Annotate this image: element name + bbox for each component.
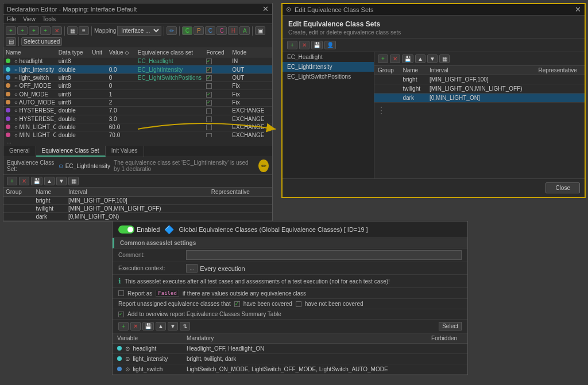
detail-del-btn[interactable]: ✕ <box>390 55 400 63</box>
list-item <box>3 197 33 205</box>
add-btn4[interactable]: + <box>40 26 51 35</box>
table-row[interactable]: ○ MIN_LIGHT_OFF <box>3 131 56 137</box>
detail-down-btn[interactable]: ▼ <box>427 55 438 63</box>
table-row[interactable]: ⊙ light_intensity <box>113 354 182 364</box>
eq-set-del-btn[interactable]: ✕ <box>299 41 310 49</box>
add-btn3[interactable]: + <box>29 26 39 35</box>
bottom-add-btn[interactable]: + <box>118 322 129 330</box>
enabled-toggle[interactable] <box>118 225 134 234</box>
eq-set-detail: + ✕ 💾 ▲ ▼ ▦ Group Name Interval Represen… <box>374 52 585 178</box>
eq-up-btn[interactable]: ▲ <box>44 177 55 185</box>
eq-col-group: Group <box>3 188 33 197</box>
eq-class-set-value: EC_LightIntensity <box>65 163 110 169</box>
ec-lightswitchpositions-item[interactable]: EC_LightSwitchPositions <box>283 72 374 81</box>
table-row[interactable]: ○ OFF_MODE <box>3 82 56 90</box>
menu-tools[interactable]: Tools <box>42 16 56 22</box>
c2-btn[interactable]: C <box>205 26 215 35</box>
table-row[interactable]: ○ HYSTERESE_TIME_OFF <box>3 115 56 123</box>
eq-del-btn[interactable]: ✕ <box>19 177 29 185</box>
sep5 <box>252 26 253 36</box>
menu-view[interactable]: View <box>23 16 36 22</box>
failed-checkbox[interactable] <box>118 290 124 296</box>
grid-btn[interactable]: ▦ <box>67 26 78 35</box>
list-item <box>3 213 33 221</box>
icon-btn2[interactable]: ▤ <box>6 37 16 46</box>
add-btn[interactable]: + <box>6 26 16 35</box>
bottom-sort-btn[interactable]: ⇅ <box>180 322 190 330</box>
comment-label: Comment: <box>118 252 181 258</box>
p-btn[interactable]: P <box>194 26 204 35</box>
table-row[interactable]: ⊙ light_switch <box>113 364 182 375</box>
list-btn[interactable]: ≡ <box>79 26 89 35</box>
table-row[interactable]: ○ headlight <box>3 57 56 65</box>
detail-up-btn[interactable]: ▲ <box>415 55 425 63</box>
topleft-close-btn[interactable]: ✕ <box>262 5 269 13</box>
eq-set-toolbar: + ✕ 💾 👤 <box>283 38 585 52</box>
eq-set-add-btn[interactable]: + <box>287 41 297 49</box>
eq-set-user-btn[interactable]: 👤 <box>324 41 336 49</box>
execution-select-area: ... Every execution <box>186 264 462 273</box>
info-text: This assesslet executes after all test c… <box>125 278 390 285</box>
eq-set-detail-toolbar: + ✕ 💾 ▲ ▼ ▦ <box>374 52 585 66</box>
c-btn[interactable]: C <box>182 26 192 35</box>
ec-headlight-item[interactable]: EC_Headlight <box>283 52 374 62</box>
icon-btn1[interactable]: ▣ <box>255 26 265 35</box>
eq-save-btn[interactable]: 💾 <box>31 177 42 185</box>
execution-value: Every execution <box>200 265 245 272</box>
bottom-down-btn[interactable]: ▼ <box>168 322 178 330</box>
covered-checkbox[interactable] <box>234 301 240 307</box>
add-overview-checkbox[interactable] <box>118 312 124 317</box>
table-row[interactable]: ○ HYSTERESE_TIME_ON <box>3 107 56 115</box>
table-row[interactable]: ○ light_intensity <box>3 65 56 73</box>
tab-equivalence-class-set[interactable]: Equivalence Class Set <box>36 146 106 157</box>
ec-lightintensity-item[interactable]: EC_LightIntensity <box>283 62 374 72</box>
tab-general[interactable]: General <box>3 146 36 157</box>
bottom-select-btn[interactable]: Select <box>439 322 462 330</box>
c3-btn[interactable]: C <box>216 26 227 35</box>
detail-more-btn[interactable]: ▦ <box>439 55 450 63</box>
edit-pencil-btn[interactable]: ✏ <box>167 26 177 35</box>
bottom-save-btn[interactable]: 💾 <box>142 322 154 330</box>
enabled-label: Enabled <box>137 226 160 233</box>
col-unit: Unit <box>90 48 107 57</box>
bottom-up-btn[interactable]: ▲ <box>156 322 166 330</box>
eq-col-interval: Interval <box>66 188 209 197</box>
execution-browse-btn[interactable]: ... <box>186 264 198 273</box>
topleft-panel: Declaration Editor - Mapping: Interface … <box>3 3 273 221</box>
tab-init-values[interactable]: Init Values <box>106 146 144 157</box>
eq-icon: ⊙ <box>59 163 63 169</box>
h-btn[interactable]: H <box>228 26 238 35</box>
table-row[interactable]: ○ AUTO_MODE <box>3 98 56 106</box>
eq-more-btn[interactable]: ▦ <box>68 177 79 185</box>
eq-hint-area: The equivalence class set 'EC_LightInten… <box>114 160 255 172</box>
col-mode: Mode <box>230 48 272 57</box>
eq-set-close-btn[interactable]: Close <box>546 182 580 193</box>
table-row[interactable]: ○ ON_MODE <box>3 90 56 98</box>
eq-set-header: Edit Equivalence Class Sets Create, edit… <box>283 15 585 38</box>
bottom-col-mandatory: Mandatory <box>182 333 427 344</box>
comment-input[interactable] <box>186 250 462 260</box>
table-row[interactable]: ○ light_switch <box>3 73 56 81</box>
add-btn2[interactable]: + <box>17 26 28 35</box>
topright-close-btn[interactable]: ✕ <box>575 6 581 13</box>
menu-file[interactable]: File <box>7 16 16 22</box>
a-btn[interactable]: A <box>239 26 250 35</box>
eq-set-body: EC_Headlight EC_LightIntensity EC_LightS… <box>283 52 585 178</box>
edit-circle-btn[interactable]: ✏ <box>258 160 269 172</box>
detail-save-btn[interactable]: 💾 <box>402 55 413 63</box>
eq-class-set-label: Equivalence Class Set: <box>7 160 55 172</box>
bottom-del-btn[interactable]: ✕ <box>130 322 141 330</box>
eq-set-save-btn[interactable]: 💾 <box>311 41 323 49</box>
topright-title-area: ⊙ Edit Equivalence Class Sets <box>286 6 374 13</box>
detail-add-btn[interactable]: + <box>378 55 388 63</box>
hint-area: ... <box>3 137 272 146</box>
eq-down-btn[interactable]: ▼ <box>56 177 67 185</box>
interface-select[interactable]: Interface ... <box>117 26 161 36</box>
select-unused-btn[interactable]: Select unused <box>21 37 62 46</box>
table-row[interactable]: ○ MIN_LIGHT_ON <box>3 123 56 131</box>
table-row[interactable]: ⊙ headlight <box>113 344 182 354</box>
bottom-header-title: Global Equivalence Classes (Global Equiv… <box>179 226 368 233</box>
del-btn[interactable]: ✕ <box>52 26 62 35</box>
eq-add-btn[interactable]: + <box>7 177 17 185</box>
not-covered-checkbox[interactable] <box>296 301 301 307</box>
